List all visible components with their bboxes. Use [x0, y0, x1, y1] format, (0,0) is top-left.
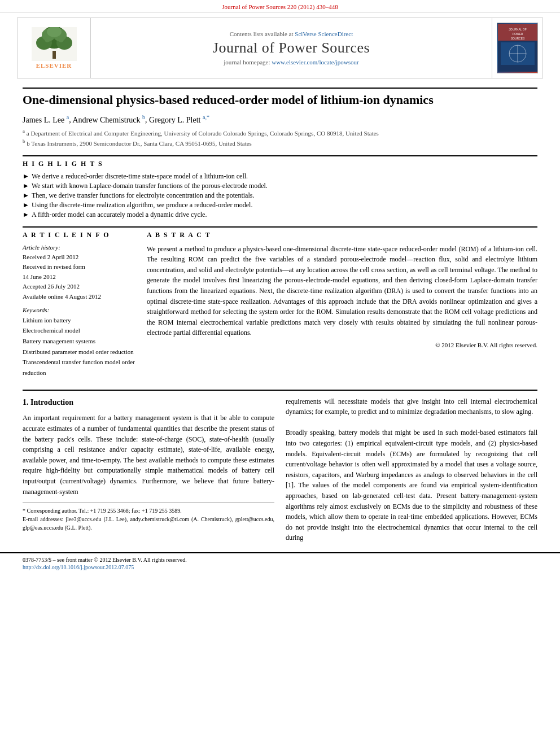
intro-para-3: Broadly speaking, battery models that mi…	[286, 427, 537, 543]
keywords-label: Keywords:	[23, 307, 135, 313]
intro-col-left: 1. Introduction An important requirement…	[23, 396, 274, 543]
elsevier-logo-area: ELSEVIER	[18, 18, 91, 78]
article-info-abstract-cols: A R T I C L E I N F O Article history: R…	[23, 231, 537, 383]
journal-homepage: journal homepage: www.elsevier.com/locat…	[224, 59, 358, 65]
affiliation-b: b b Texas Instruments, 2900 Semiconducto…	[23, 138, 537, 148]
highlights-section: H I G H L I G H T S ►We derive a reduced…	[23, 160, 537, 220]
journal-header: ELSEVIER Contents lists available at Sci…	[17, 18, 543, 78]
svg-point-9	[58, 37, 64, 42]
svg-text:SOURCES: SOURCES	[510, 37, 524, 40]
highlight-item-2: ►We start with known Laplace-domain tran…	[23, 181, 537, 191]
introduction-section: 1. Introduction An important requirement…	[23, 396, 537, 543]
affiliations: a a Department of Electrical and Compute…	[23, 128, 537, 148]
sciverse-text: Contents lists available at SciVerse Sci…	[230, 30, 353, 37]
elsevier-brand-text: ELSEVIER	[36, 62, 72, 69]
doi-line: http://dx.doi.org/10.1016/j.jpowsour.201…	[23, 564, 537, 570]
journal-reference-text: Journal of Power Sources 220 (2012) 430–…	[222, 3, 338, 10]
highlight-item-4: ►Using the discrete-time realization alg…	[23, 200, 537, 210]
intro-heading: 1. Introduction	[23, 396, 274, 409]
bottom-bar: 0378-7753/$ – see front matter © 2012 El…	[0, 552, 560, 574]
highlight-item-1: ►We derive a reduced-order discrete-time…	[23, 172, 537, 181]
highlights-title: H I G H L I G H T S	[23, 160, 537, 168]
svg-rect-1	[53, 51, 56, 59]
highlight-item-5: ►A fifth-order model can accurately mode…	[23, 210, 537, 220]
article-history-label: Article history:	[23, 244, 135, 251]
elsevier-logo: ELSEVIER	[32, 27, 77, 69]
svg-text:POWER: POWER	[512, 32, 523, 36]
doi-link[interactable]: http://dx.doi.org/10.1016/j.jpowsour.201…	[23, 564, 134, 570]
keywords-list: Lithium ion battery Electrochemical mode…	[23, 315, 135, 378]
authors-line: James L. Lee a, Andrew Chemistruck b, Gr…	[23, 114, 537, 125]
highlights-top-divider	[23, 155, 537, 156]
journal-reference-bar: Journal of Power Sources 220 (2012) 430–…	[0, 0, 560, 13]
article-info-title: A R T I C L E I N F O	[23, 231, 135, 239]
journal-homepage-link[interactable]: www.elsevier.com/locate/jpowsour	[272, 59, 358, 65]
abstract-col: A B S T R A C T We present a method to p…	[147, 231, 537, 383]
intro-para-1: An important requirement for a battery m…	[23, 413, 274, 497]
highlight-item-3: ►Then, we derive transfer functions for …	[23, 191, 537, 200]
abstract-text: We present a method to produce a physics…	[147, 244, 537, 338]
article-info-divider	[23, 226, 537, 228]
footnote-area: * Corresponding author. Tel.: +1 719 255…	[23, 503, 274, 532]
journal-cover-image: JOURNAL OF POWER SOURCES	[497, 23, 538, 73]
body-divider	[23, 390, 537, 391]
journal-header-center: Contents lists available at SciVerse Sci…	[91, 18, 492, 78]
title-top-divider	[23, 88, 537, 89]
abstract-title: A B S T R A C T	[147, 231, 537, 239]
issn-line: 0378-7753/$ – see front matter © 2012 El…	[23, 557, 537, 563]
copyright-line: © 2012 Elsevier B.V. All rights reserved…	[147, 342, 537, 348]
journal-title: Journal of Power Sources	[213, 40, 370, 56]
main-content: One-dimensional physics-based reduced-or…	[0, 88, 560, 543]
intro-col-right: requirements will necessitate models tha…	[286, 396, 537, 543]
svg-text:JOURNAL OF: JOURNAL OF	[509, 28, 526, 31]
received-date: Received 2 April 2012 Received in revise…	[23, 252, 135, 302]
email-addresses: E-mail addresses: jlee3@uccs.edu (J.L. L…	[23, 515, 274, 532]
elsevier-tree-icon	[32, 27, 77, 61]
keywords-section: Keywords: Lithium ion battery Electroche…	[23, 307, 135, 378]
article-history-section: Article history: Received 2 April 2012 R…	[23, 244, 135, 302]
article-info-col: A R T I C L E I N F O Article history: R…	[23, 231, 135, 383]
affiliation-a: a a Department of Electrical and Compute…	[23, 128, 537, 138]
article-title: One-dimensional physics-based reduced-or…	[23, 92, 537, 108]
highlights-list: ►We derive a reduced-order discrete-time…	[23, 172, 537, 220]
svg-point-8	[45, 37, 50, 42]
corresponding-author: * Corresponding author. Tel.: +1 719 255…	[23, 506, 274, 515]
sciverse-link[interactable]: SciVerse ScienceDirect	[295, 30, 353, 37]
intro-para-2: requirements will necessitate models tha…	[286, 396, 537, 417]
journal-cover-area: JOURNAL OF POWER SOURCES	[492, 18, 542, 78]
